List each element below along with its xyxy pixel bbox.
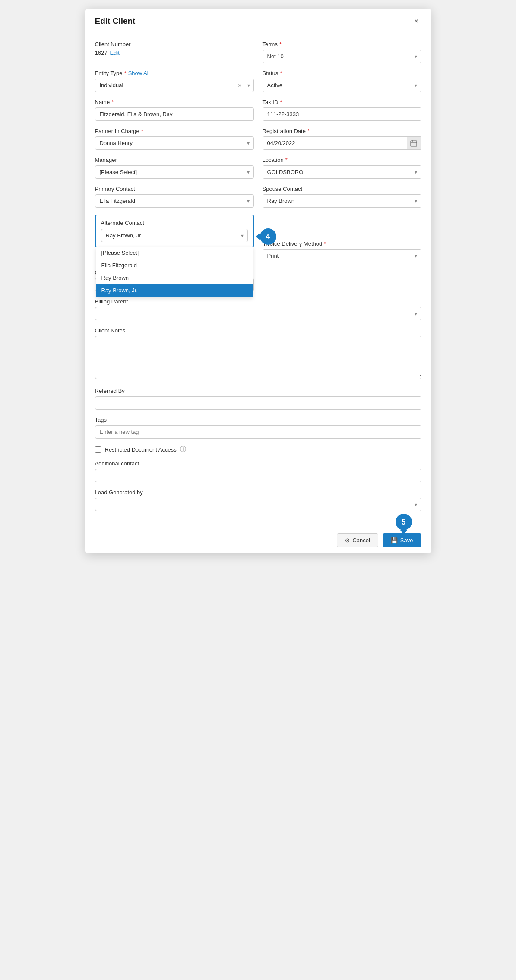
dropdown-item-ella[interactable]: Ella Fitzgerald <box>96 259 253 272</box>
billing-parent-select-wrapper <box>95 307 421 320</box>
taxid-input[interactable] <box>263 107 421 121</box>
manager-select[interactable]: [Please Select] <box>95 165 254 179</box>
tags-label: Tags <box>95 417 421 423</box>
col-entity-type: Entity Type * Show All × ▾ <box>95 70 254 92</box>
callout-bubble-5: 5 <box>396 514 412 530</box>
status-required: * <box>280 70 282 76</box>
cancel-label: Cancel <box>352 537 370 544</box>
spouse-contact-label: Spouse Contact <box>263 186 421 192</box>
entity-type-wrapper: × ▾ <box>95 79 254 92</box>
dropdown-item-ray[interactable]: Ray Brown <box>96 272 253 284</box>
row-partner-regdate: Partner In Charge * Donna Henry Registra… <box>95 128 421 150</box>
alternate-contact-select[interactable]: Ray Brown, Jr. <box>101 229 248 242</box>
taxid-required: * <box>280 99 282 105</box>
lead-generated-select-wrapper <box>95 498 421 511</box>
restricted-doc-checkbox[interactable] <box>95 446 101 453</box>
alternate-contact-dropdown: [Please Select] Ella Fitzgerald Ray Brow… <box>96 247 253 297</box>
tags-input[interactable] <box>95 425 421 439</box>
calendar-icon[interactable] <box>407 136 421 150</box>
regdate-input[interactable] <box>263 136 421 150</box>
referred-by-label: Referred By <box>95 388 421 394</box>
name-label: Name * <box>95 99 254 105</box>
col-name: Name * <box>95 99 254 121</box>
terms-select-wrapper: Net 10 <box>263 50 421 63</box>
primary-contact-select[interactable]: Ella Fitzgerald <box>95 194 254 208</box>
name-required: * <box>111 99 114 105</box>
col-status: Status * Active <box>263 70 421 92</box>
modal-body: Client Number 1627 Edit Terms * Net 10 <box>85 32 431 527</box>
invoice-delivery-label: Invoice Delivery Method * <box>263 240 421 247</box>
partner-label: Partner In Charge * <box>95 128 254 134</box>
dropdown-item-please-select[interactable]: [Please Select] <box>96 247 253 259</box>
entity-type-label: Entity Type * Show All <box>95 70 254 76</box>
col-referred-by: Referred By <box>95 388 421 410</box>
lead-generated-label: Lead Generated by <box>95 489 421 496</box>
location-select[interactable]: GOLDSBORO <box>263 165 421 179</box>
name-input[interactable] <box>95 107 254 121</box>
callout-bubble-4: 4 <box>260 228 276 245</box>
info-icon: ⓘ <box>180 446 186 453</box>
partner-select[interactable]: Donna Henry <box>95 136 254 150</box>
modal-title: Edit Client <box>95 16 136 26</box>
row-client-notes: Client Notes <box>95 327 421 381</box>
referred-by-input[interactable] <box>95 396 421 410</box>
col-taxid: Tax ID * <box>263 99 421 121</box>
client-number-row: 1627 Edit <box>95 50 254 56</box>
primary-contact-label: Primary Contact <box>95 186 254 192</box>
manager-label: Manager <box>95 157 254 163</box>
edit-client-modal: Edit Client × Client Number 1627 Edit Te… <box>85 9 431 553</box>
row-client-number-terms: Client Number 1627 Edit Terms * Net 10 <box>95 41 421 63</box>
row-billing-parent: Billing Parent <box>95 298 421 320</box>
col-invoice-delivery: Invoice Delivery Method * Print <box>263 215 421 262</box>
manager-select-wrapper: [Please Select] <box>95 165 254 179</box>
entity-type-input[interactable] <box>95 79 237 92</box>
save-button[interactable]: 💾 Save <box>383 533 421 547</box>
col-terms: Terms * Net 10 <box>263 41 421 63</box>
entity-clear-icon[interactable]: × <box>236 82 243 89</box>
row-additional-contact: Additional contact <box>95 460 421 482</box>
row-lead-generated: Lead Generated by <box>95 489 421 511</box>
row-referred-by: Referred By <box>95 388 421 410</box>
additional-contact-label: Additional contact <box>95 460 421 467</box>
save-label: Save <box>400 537 413 544</box>
entity-type-show-all[interactable]: Show All <box>128 70 150 76</box>
entity-type-required: * <box>124 70 127 76</box>
col-manager: Manager [Please Select] <box>95 157 254 179</box>
col-regdate: Registration Date * <box>263 128 421 150</box>
billing-parent-select[interactable] <box>95 307 421 320</box>
status-select[interactable]: Active <box>263 79 421 92</box>
col-client-notes: Client Notes <box>95 327 421 381</box>
cancel-button[interactable]: ⊘ Cancel <box>337 533 378 547</box>
client-number-edit-link[interactable]: Edit <box>110 50 119 56</box>
col-empty <box>263 269 421 291</box>
invoice-delivery-select-wrapper: Print <box>263 249 421 262</box>
regdate-label: Registration Date * <box>263 128 421 134</box>
col-alternate-contact: Alternate Contact Ray Brown, Jr. [Please… <box>95 215 254 254</box>
alternate-contact-label: Alternate Contact <box>101 220 248 226</box>
status-label: Status * <box>263 70 421 76</box>
terms-label: Terms * <box>263 41 421 47</box>
col-lead-generated: Lead Generated by <box>95 489 421 511</box>
close-button[interactable]: × <box>412 16 421 26</box>
location-required: * <box>285 157 288 163</box>
partner-select-wrapper: Donna Henry <box>95 136 254 150</box>
modal-header: Edit Client × <box>85 9 431 32</box>
additional-contact-input[interactable] <box>95 469 421 482</box>
regdate-required: * <box>307 128 310 134</box>
terms-required: * <box>279 41 282 47</box>
modal-footer: 5 ⊘ Cancel 💾 Save <box>85 527 431 553</box>
billing-parent-label: Billing Parent <box>95 298 421 305</box>
restricted-doc-row: Restricted Document Access ⓘ <box>95 446 421 453</box>
col-location: Location * GOLDSBORO <box>263 157 421 179</box>
row-tags: Tags <box>95 417 421 439</box>
terms-select[interactable]: Net 10 <box>263 50 421 63</box>
invoice-delivery-select[interactable]: Print <box>263 249 421 262</box>
lead-generated-select[interactable] <box>95 498 421 511</box>
client-notes-textarea[interactable] <box>95 336 421 379</box>
location-label: Location * <box>263 157 421 163</box>
location-select-wrapper: GOLDSBORO <box>263 165 421 179</box>
spouse-contact-select[interactable]: Ray Brown <box>263 194 421 208</box>
entity-arrow-icon[interactable]: ▾ <box>244 82 253 89</box>
invoice-delivery-required: * <box>324 240 326 247</box>
dropdown-item-rayjr[interactable]: Ray Brown, Jr. <box>96 284 253 297</box>
